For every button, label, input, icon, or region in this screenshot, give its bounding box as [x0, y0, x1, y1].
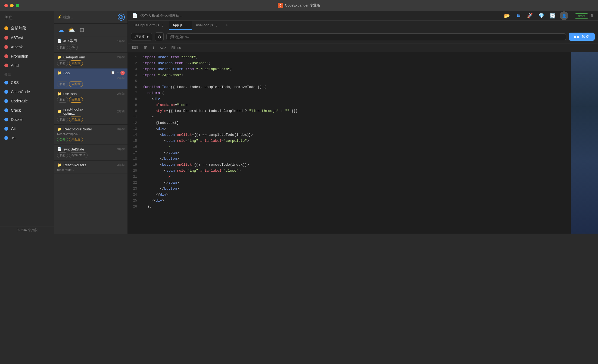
snippet-item-ustodo[interactable]: 📁 useTodo 2年前 私有 未配置 [54, 89, 127, 105]
snippet-item-corerouter[interactable]: 📁 React-CoreRouter 3年前 React-Webpack ...… [54, 125, 127, 145]
snippet-item-useinputform[interactable]: 📁 useInputForm 2年前 私有 未配置 [54, 53, 127, 68]
sidebar-item-atpeak[interactable]: Atpeak [0, 42, 54, 52]
code-editor: 1 2 3 4 5 6 7 8 9 10 11 12 13 14 15 16 1… [128, 52, 598, 234]
sidebar-label-docker: Docker [11, 117, 23, 122]
snippet-item-reacthooks[interactable]: 📁 react-hooks-optim... 2年前 私有 未配置 [54, 105, 127, 125]
sidebar-divider: 分组 [0, 70, 54, 78]
tab-label-usetodo: useTodo.js [196, 23, 213, 27]
app-title: C CodeExpander 专业版 [278, 3, 320, 8]
code-content[interactable]: import React from "react"; import useTod… [140, 52, 571, 234]
snippet-time-useinputform: 2年前 [95, 55, 125, 59]
tag-private-app: 私有 [57, 81, 68, 87]
sidebar-item-cleancode[interactable]: CleanCode [0, 87, 54, 96]
snippet-icon-syncsetstate: 📄 [57, 147, 62, 151]
tag-unconf-app: 未配置 [69, 81, 83, 87]
dot-icon-antd [4, 64, 8, 67]
code-line-22: </span> [142, 180, 571, 186]
sidebar-label-abtest: ABTest [11, 36, 23, 40]
sidebar-item-promotion[interactable]: Promotion [0, 52, 54, 61]
sidebar-item-js[interactable]: JS [0, 133, 54, 143]
sidebar-item-docker[interactable]: Docker [0, 115, 54, 124]
tab-usetodo[interactable]: useTodo.js ⋮ [192, 21, 222, 30]
close-button[interactable] [4, 4, 8, 7]
copy-icon-app[interactable]: 📋 [111, 71, 115, 75]
search-input[interactable] [63, 15, 116, 19]
snippet-icon-ustodo: 📁 [57, 92, 62, 96]
editor-tabs: useInputForm.js ⋮ App.js ⋮ useTodo.js ⋮ … [128, 21, 598, 30]
sort-icon[interactable]: ⇅ [590, 14, 596, 18]
snippet-name-corerouter: React-CoreRouter [63, 127, 93, 131]
tab-appjs[interactable]: App.js ⋮ [169, 21, 192, 30]
code-line-17: </span> [142, 150, 571, 156]
sidebar-item-antd[interactable]: Antd [0, 61, 54, 70]
code-line-4: import "./App.css"; [142, 72, 571, 78]
user-avatar[interactable]: 👤 [560, 11, 568, 20]
snippets-toolbar: ☁ ⛅ ⊞ [54, 24, 127, 36]
snippet-time-reactrouters: 3年前 [95, 163, 125, 167]
keyboard-icon[interactable]: ⌨ [132, 45, 138, 50]
tag-private-jsx: 私有 [57, 45, 68, 50]
screen-icon[interactable]: 🖥 [514, 11, 523, 20]
snippet-item-app[interactable]: 📁 App 📋 ← ✕ 2年前 私有 未配置 [54, 68, 127, 89]
add-tab-button[interactable]: + [223, 21, 231, 30]
snippet-item-jsx[interactable]: 📄 JSX常用 1年前 私有 div [54, 36, 127, 53]
sidebar-item-css[interactable]: CSS [0, 78, 54, 87]
sidebar-label-all: 全部片段 [11, 26, 26, 31]
top-right-toolbar: 📂 🖥 🚀 💎 🔄 👤 [498, 11, 573, 20]
maximize-button[interactable] [16, 4, 19, 7]
back-icon-app[interactable]: ← [116, 71, 119, 75]
sidebar-item-all[interactable]: 全部片段 [0, 23, 54, 33]
dot-icon-promotion [4, 54, 8, 58]
tag-unconf-rh: 未配置 [69, 117, 83, 122]
sidebar-items: 全部片段 ABTest Atpeak Promotion Antd 分组 CS [0, 23, 54, 227]
snippet-time-app: 2年前 [57, 76, 125, 80]
refresh-icon[interactable]: 🔄 [548, 11, 557, 20]
snippets-search-bar: ⚡ [54, 11, 127, 24]
dot-icon-js [4, 136, 8, 140]
snippet-item-reactrouters[interactable]: 📁 React-Routers 3年前 react-route... [54, 161, 127, 174]
sidebar-label-coderule: CodeRule [11, 99, 28, 103]
close-icon-app[interactable]: ✕ [120, 71, 125, 75]
snippet-item-syncsetstate[interactable]: 📄 syncSetState 3年前 私有 sync-state [54, 145, 127, 161]
placeholder-input[interactable] [166, 33, 566, 40]
cursor-icon[interactable]: I [153, 45, 154, 50]
code-line-3: import useInputForm from "./useInputForm… [142, 66, 571, 72]
folder-open-icon[interactable]: 📂 [503, 11, 511, 20]
rocket-icon[interactable]: 🚀 [525, 11, 534, 20]
tab-useinputform[interactable]: useInputForm.js ⋮ [130, 21, 168, 30]
code-line-25: </div> [142, 198, 571, 204]
add-snippet-button[interactable] [118, 14, 125, 21]
sidebar-item-abtest[interactable]: ABTest [0, 33, 54, 42]
language-select[interactable]: 纯文本 ▾ [131, 33, 152, 40]
snippet-desc-reactrouters: react-route... [57, 168, 125, 171]
sidebar-item-git[interactable]: Git [0, 124, 54, 133]
target-icon-button[interactable]: ⊙ [155, 32, 164, 41]
dot-icon-css [4, 81, 8, 84]
table-icon[interactable]: ⊞ [144, 45, 147, 50]
sidebar-item-crack[interactable]: Crack [0, 106, 54, 115]
code-line-6: function Todo({ todo, index, completeTod… [142, 84, 571, 90]
grid-view-icon[interactable]: ⊞ [78, 26, 86, 34]
tab-menu-usetodo[interactable]: ⋮ [215, 23, 219, 27]
tab-menu-useinputform[interactable]: ⋮ [161, 23, 164, 27]
snippet-name-app: App [63, 71, 109, 75]
diamond-icon[interactable]: 💎 [537, 11, 546, 20]
snippet-icon-reacthooks: 📁 [57, 109, 62, 114]
preview-button[interactable]: ▶▶ 预览 [569, 33, 595, 41]
cloud-sync-icon[interactable]: ⛅ [67, 26, 76, 34]
snippet-name-jsx: JSX常用 [63, 39, 93, 43]
code-line-9: className="todo" [142, 102, 571, 108]
cloud-upload-icon[interactable]: ☁ [57, 26, 65, 34]
minimize-button[interactable] [10, 4, 14, 7]
code-brackets-icon[interactable]: </> [160, 45, 166, 50]
sidebar-item-coderule[interactable]: CodeRule [0, 96, 54, 106]
tag-private-useinputform: 私有 [57, 60, 68, 66]
tab-menu-appjs[interactable]: ⋮ [184, 23, 188, 27]
sidebar-label-cleancode: CleanCode [11, 90, 30, 94]
app-title-text: CodeExpander 专业版 [285, 3, 320, 8]
dot-icon-docker [4, 118, 8, 121]
snippet-icon-app: 📁 [57, 71, 62, 75]
snippet-name-useinputform: useInputForm [63, 55, 93, 59]
lang-select-label: 纯文本 [135, 34, 145, 39]
snippet-name-ustodo: useTodo [63, 92, 93, 96]
